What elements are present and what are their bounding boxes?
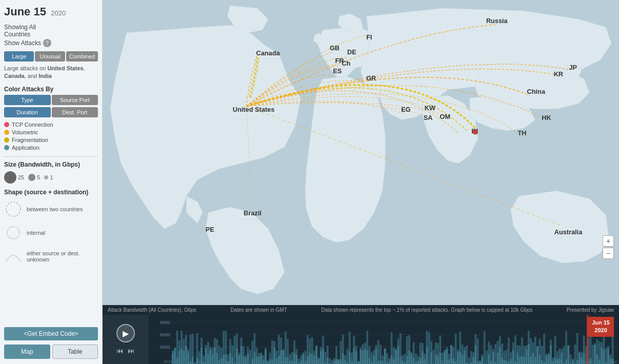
internal-shape-icon [4, 224, 23, 242]
tcp-label: TCP Connection [12, 122, 53, 128]
application-dot [4, 145, 9, 150]
size-label: Size (Bandwidth, in Gbps) [4, 161, 98, 168]
tcp-dot [4, 122, 9, 127]
large-button[interactable]: Large [4, 51, 34, 62]
type-button[interactable]: Type [4, 95, 51, 105]
size-small-value: 1 [50, 174, 53, 180]
chart-header: Attack Bandwidth (All Countries), Gbps D… [103, 305, 619, 315]
arc-shape-icon [4, 200, 23, 218]
fragmentation-label: Fragmentation [12, 137, 48, 143]
showing-text: Showing All [4, 24, 98, 31]
zoom-in-button[interactable]: + [603, 235, 614, 247]
main-content: Canada United States Brazil PE GB DE FR … [103, 0, 619, 364]
combined-button[interactable]: Combined [66, 51, 98, 62]
presented-by: Presented by Jigsaw [567, 307, 614, 313]
unusual-button[interactable]: Unusual [35, 51, 65, 62]
volumetric-dot [4, 130, 9, 135]
svg-point-1 [7, 227, 19, 239]
size-large-circle [4, 171, 16, 184]
tab-map[interactable]: Map [4, 345, 50, 359]
shape-between-label: between two countries [27, 206, 83, 212]
duration-button[interactable]: Duration [4, 107, 51, 117]
size-small-circle [44, 175, 48, 179]
play-button[interactable]: ▶ [116, 324, 135, 342]
size-large-value: 25 [18, 174, 24, 180]
application-label: Application [12, 145, 39, 151]
date-title: June 15 [4, 5, 46, 18]
countries-text: Countries [4, 31, 98, 38]
chart-label: Attack Bandwidth (All Countries), Gbps [108, 307, 196, 313]
gmt-note: Dates are shown in GMT [230, 307, 287, 313]
zoom-out-button[interactable]: − [603, 248, 614, 259]
embed-code-button[interactable]: <Get Embed Code> [4, 327, 98, 340]
size-med-value: 5 [37, 174, 40, 180]
world-map: Canada United States Brazil PE GB DE FR … [103, 0, 619, 305]
shape-unknown-label: either source or dest. unknown [27, 250, 98, 262]
timeline-wrapper[interactable]: Jun 15 2020 [149, 315, 619, 364]
dest-port-button[interactable]: Dest. Port [52, 107, 98, 117]
skip-forward-button[interactable]: ⏭ [128, 347, 135, 355]
current-date-badge: Jun 15 2020 [588, 317, 614, 337]
svg-point-26 [472, 129, 478, 135]
size-med-circle [28, 174, 35, 181]
shape-internal-label: internal [27, 230, 45, 236]
help-icon[interactable]: ? [43, 39, 51, 47]
unknown-shape-icon [4, 247, 23, 266]
map-area[interactable]: Canada United States Brazil PE GB DE FR … [103, 0, 619, 305]
show-attacks-label: Show Attacks [4, 39, 41, 47]
skip-back-button[interactable]: ⏮ [116, 347, 124, 355]
date-year: 2020 [51, 9, 66, 17]
playback-controls: ▶ ⏮ ⏭ [103, 315, 149, 364]
color-attacks-label: Color Attacks By [4, 86, 98, 93]
attack-description: Large attacks on United States, Canada, … [4, 65, 98, 80]
volumetric-label: Volumetric [12, 129, 38, 135]
zoom-controls: + − [603, 235, 614, 259]
svg-point-0 [6, 202, 21, 216]
source-port-button[interactable]: Source Port [52, 95, 98, 105]
fragmentation-dot [4, 137, 9, 143]
bottom-panel: Attack Bandwidth (All Countries), Gbps D… [103, 305, 619, 364]
data-note: Data shown represents the top ~.1% of re… [321, 307, 532, 313]
chart-area: ▶ ⏮ ⏭ Jun 15 2020 [103, 315, 619, 364]
shape-label: Shape (source + destination) [4, 189, 98, 196]
tab-table[interactable]: Table [52, 345, 98, 359]
sidebar: June 15 2020 Showing All Countries Show … [0, 0, 103, 364]
timeline-chart [149, 315, 619, 364]
